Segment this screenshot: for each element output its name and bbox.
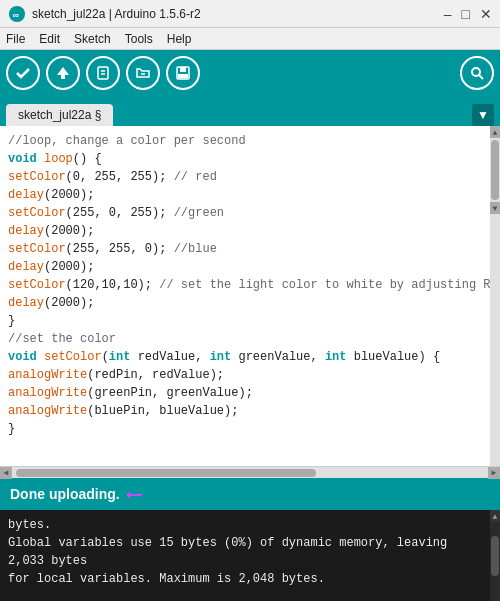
console-line: bytes. [8,516,482,534]
verify-button[interactable] [6,56,40,90]
tab-dropdown-button[interactable]: ▼ [472,104,494,126]
save-button[interactable] [166,56,200,90]
code-line: setColor(120,10,10); // set the light co… [8,276,482,294]
svg-rect-4 [98,67,108,79]
svg-rect-3 [61,75,65,79]
code-line: //loop, change a color per second [8,132,482,150]
svg-rect-9 [180,67,186,72]
svg-marker-2 [57,67,69,75]
console-line: Global variables use 15 bytes (0%) of dy… [8,534,482,570]
window-controls: – □ ✕ [444,6,492,22]
scroll-up-arrow[interactable]: ▲ [490,126,500,138]
menu-file[interactable]: File [6,32,25,46]
code-line: setColor(255, 0, 255); //green [8,204,482,222]
scroll-down-arrow[interactable]: ▼ [490,202,500,214]
editor-vertical-scrollbar[interactable]: ▲ ▼ [490,126,500,466]
code-line: delay(2000); [8,258,482,276]
minimize-button[interactable]: – [444,6,452,22]
code-line: setColor(255, 255, 0); //blue [8,240,482,258]
svg-text:∞: ∞ [13,9,20,19]
window-title: sketch_jul22a | Arduino 1.5.6-r2 [32,7,444,21]
hscroll-thumb[interactable] [16,469,316,477]
upload-arrow-icon: ⟵ [128,481,141,508]
code-line: } [8,312,482,330]
svg-rect-10 [178,74,188,78]
menu-sketch[interactable]: Sketch [74,32,111,46]
open-button[interactable] [126,56,160,90]
code-line: } [8,420,482,438]
menu-tools[interactable]: Tools [125,32,153,46]
menu-edit[interactable]: Edit [39,32,60,46]
toolbar [0,50,500,96]
code-line: analogWrite(redPin, redValue); [8,366,482,384]
close-button[interactable]: ✕ [480,6,492,22]
new-button[interactable] [86,56,120,90]
code-line: delay(2000); [8,186,482,204]
code-line: //set the color [8,330,482,348]
code-line: void loop() { [8,150,482,168]
code-line: analogWrite(bluePin, blueValue); [8,402,482,420]
console-scroll-thumb[interactable] [491,536,499,576]
upload-status-text: Done uploading. [10,486,120,502]
svg-point-11 [472,68,480,76]
console-scroll-up[interactable]: ▲ [490,510,500,522]
console-wrapper: bytes. Global variables use 15 bytes (0%… [0,510,500,601]
console-vertical-scrollbar[interactable]: ▲ ▼ [490,510,500,601]
editor-tab[interactable]: sketch_jul22a § [6,104,113,126]
svg-line-12 [479,75,483,79]
code-line: analogWrite(greenPin, greenValue); [8,384,482,402]
scroll-right-arrow[interactable]: ▶ [488,467,500,479]
tab-bar: sketch_jul22a § ▼ [0,96,500,126]
code-line: setColor(0, 255, 255); // red [8,168,482,186]
title-bar: ∞ sketch_jul22a | Arduino 1.5.6-r2 – □ ✕ [0,0,500,28]
code-area[interactable]: //loop, change a color per second void l… [0,126,490,466]
console-line: for local variables. Maximum is 2,048 by… [8,570,482,588]
tab-label: sketch_jul22a § [18,108,101,122]
maximize-button[interactable]: □ [462,6,470,22]
code-line: delay(2000); [8,294,482,312]
code-line: delay(2000); [8,222,482,240]
menu-help[interactable]: Help [167,32,192,46]
editor-horizontal-scrollbar[interactable]: ◀ ▶ [0,466,500,478]
scroll-left-arrow[interactable]: ◀ [0,467,12,479]
console-output[interactable]: bytes. Global variables use 15 bytes (0%… [0,510,490,601]
code-editor: //loop, change a color per second void l… [0,126,500,466]
menu-bar: File Edit Sketch Tools Help [0,28,500,50]
code-line: void setColor(int redValue, int greenVal… [8,348,482,366]
scroll-thumb[interactable] [491,140,499,200]
arduino-logo-icon: ∞ [8,5,26,23]
upload-status-bar: Done uploading. ⟵ [0,478,500,510]
search-button[interactable] [460,56,494,90]
upload-button[interactable] [46,56,80,90]
